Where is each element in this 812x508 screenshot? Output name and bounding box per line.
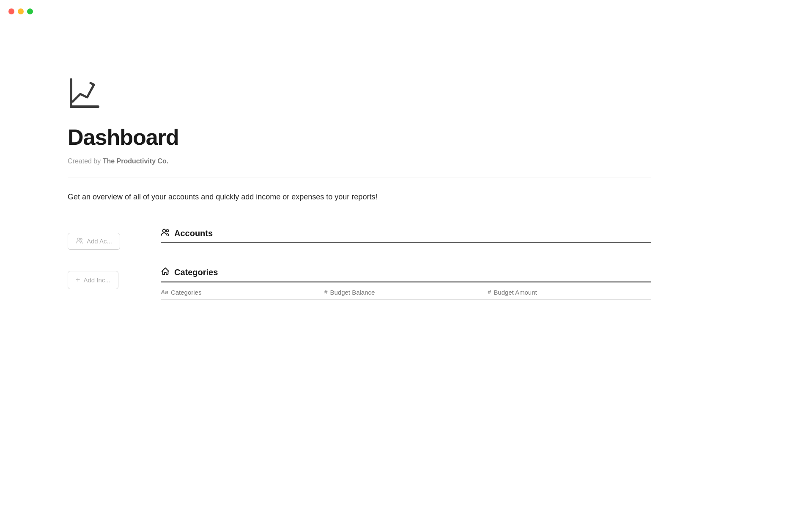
traffic-lights (8, 8, 33, 14)
col-budget-amount-type-icon: # (488, 289, 491, 295)
categories-tab-header: Categories (161, 267, 651, 282)
created-by-prefix: Created by (68, 157, 103, 165)
created-by: Created by The Productivity Co. (68, 157, 651, 165)
categories-add-area: + Add Inc... (68, 267, 161, 289)
svg-point-2 (163, 229, 166, 232)
col-categories: Aa Categories (161, 289, 324, 296)
categories-tab-label: Categories (161, 267, 218, 278)
add-account-label: Add Ac... (87, 237, 112, 245)
add-income-plus-icon: + (76, 276, 80, 284)
chart-icon (68, 76, 102, 110)
add-income-button[interactable]: + Add Inc... (68, 271, 118, 289)
categories-section: + Add Inc... Categories (68, 267, 651, 300)
categories-columns-header: Aa Categories # Budget Balance # Budget … (161, 283, 651, 300)
minimize-button[interactable] (18, 8, 24, 14)
accounts-add-area: Add Ac... (68, 229, 161, 250)
page-icon (68, 76, 651, 112)
col-budget-amount: # Budget Amount (488, 289, 651, 296)
title-divider (68, 177, 651, 177)
accounts-label-text: Accounts (174, 229, 213, 238)
add-income-label: Add Inc... (84, 276, 110, 284)
accounts-content: Accounts (161, 229, 651, 243)
col-budget-balance-type-icon: # (324, 289, 328, 295)
categories-label-text: Categories (174, 268, 218, 277)
col-categories-type-icon: Aa (161, 289, 168, 295)
accounts-group-icon (161, 229, 170, 238)
created-by-author: The Productivity Co. (103, 157, 169, 165)
svg-point-0 (77, 238, 80, 240)
col-budget-balance: # Budget Balance (324, 289, 488, 296)
accounts-icon-small (76, 237, 83, 245)
col-categories-label: Categories (171, 289, 202, 296)
add-account-button[interactable]: Add Ac... (68, 233, 120, 250)
accounts-tab-header: Accounts (161, 229, 651, 243)
close-button[interactable] (8, 8, 14, 14)
svg-point-3 (167, 229, 169, 232)
categories-content: Categories Aa Categories # Budget Balanc… (161, 267, 651, 300)
col-budget-amount-label: Budget Amount (494, 289, 537, 296)
col-budget-balance-label: Budget Balance (330, 289, 375, 296)
svg-point-1 (80, 238, 82, 240)
maximize-button[interactable] (27, 8, 33, 14)
categories-home-icon (161, 267, 170, 278)
accounts-section-divider (161, 243, 651, 243)
main-content: Dashboard Created by The Productivity Co… (0, 0, 719, 342)
accounts-section: Add Ac... Accounts (68, 229, 651, 250)
page-description: Get an overview of all of your accounts … (68, 191, 651, 203)
accounts-tab-label: Accounts (161, 229, 213, 238)
page-title: Dashboard (68, 124, 651, 150)
